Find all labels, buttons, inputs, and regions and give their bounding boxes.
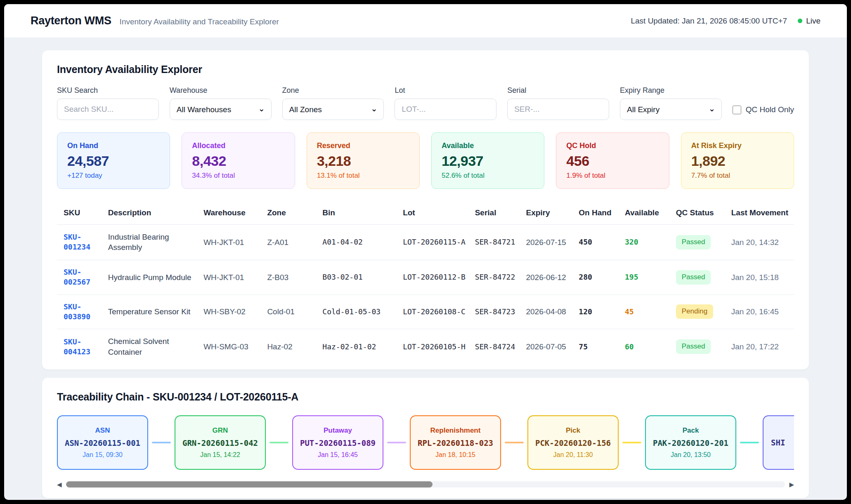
warehouse-cell: WH-JKT-01 [203, 260, 267, 295]
scroll-left-arrow[interactable]: ◀ [57, 481, 62, 488]
sku-cell[interactable]: SKU-003890 [57, 294, 108, 329]
available-cell: 320 [625, 224, 676, 260]
serial-cell: SER-84724 [475, 329, 526, 365]
serial-input[interactable] [507, 99, 609, 120]
lot-cell: LOT-20260105-H [403, 329, 475, 365]
stat-value: 8,432 [192, 153, 284, 169]
chain-connector-line [269, 442, 288, 443]
qc-status-cell: Passed [676, 260, 731, 295]
stat-cards-row: On Hand24,587+127 todayAllocated8,43234.… [57, 132, 794, 189]
qc-status-badge: Passed [676, 270, 711, 285]
serial-cell: SER-84721 [475, 224, 526, 260]
column-header-zone: Zone [267, 202, 322, 224]
chain-node-pick[interactable]: PickPCK-20260120-156Jan 20, 11:30 [527, 415, 619, 470]
expiry-cell: 2026-06-12 [526, 260, 579, 295]
lot-cell: LOT-20260112-B [403, 260, 475, 295]
warehouse-cell: WH-SMG-03 [203, 329, 267, 365]
chain-node-asn[interactable]: ASNASN-20260115-001Jan 15, 09:30 [57, 415, 148, 470]
serial-label: Serial [507, 86, 609, 95]
sku-search-input[interactable] [57, 99, 159, 120]
last-updated-text: Last Updated: Jan 21, 2026 08:45:00 UTC+… [631, 16, 787, 26]
qc-hold-only-filter[interactable]: QC Hold Only [733, 105, 794, 114]
main-content: Inventory Availability Explorer SKU Sear… [4, 38, 847, 500]
scroll-right-arrow[interactable]: ▶ [789, 481, 794, 488]
chain-node-stage: Putaway [324, 426, 352, 435]
chain-node-code: RPL-20260118-023 [418, 438, 493, 447]
scrollbar-thumb[interactable] [66, 481, 433, 488]
serial-cell: SER-84723 [475, 294, 526, 329]
stat-label: Available [442, 141, 534, 150]
available-cell: 45 [625, 294, 676, 329]
column-header-on-hand: On Hand [579, 202, 625, 224]
chain-node-grn[interactable]: GRNGRN-20260115-042Jan 15, 14:22 [175, 415, 266, 470]
app-title: Rayterton WMS [31, 14, 111, 27]
table-header-row: SKUDescriptionWarehouseZoneBinLotSerialE… [57, 202, 794, 224]
chain-node-replenishment[interactable]: ReplenishmentRPL-20260118-023Jan 18, 10:… [410, 415, 501, 470]
expiry-label: Expiry Range [620, 86, 722, 95]
zone-cell: Cold-01 [267, 294, 322, 329]
stat-value: 1,892 [691, 153, 784, 169]
stat-card-available: Available12,93752.6% of total [431, 132, 544, 189]
inventory-explorer-card: Inventory Availability Explorer SKU Sear… [42, 50, 809, 370]
expiry-cell: 2026-07-15 [526, 224, 579, 260]
scrollbar-track[interactable] [66, 481, 785, 488]
stat-value: 12,937 [442, 153, 534, 169]
traceability-card: Traceability Chain - SKU-001234 / LOT-20… [42, 378, 809, 498]
bin-cell: B03-02-01 [322, 260, 403, 295]
chain-connector-line [505, 442, 524, 443]
stat-subtext: 13.1% of total [317, 172, 409, 180]
stat-card-allocated: Allocated8,43234.3% of total [182, 132, 295, 189]
chain-node-putaway[interactable]: PutawayPUT-20260115-089Jan 15, 16:45 [292, 415, 383, 470]
chain-node-stage: Pick [566, 426, 580, 435]
lot-filter: Lot [395, 86, 496, 120]
bin-cell: Haz-02-01-02 [322, 329, 403, 365]
sku-cell[interactable]: SKU-002567 [57, 260, 108, 295]
column-header-last-movement: Last Movement [731, 202, 794, 224]
stat-subtext: 7.7% of total [691, 172, 784, 180]
stat-subtext: 1.9% of total [566, 172, 659, 180]
stat-card-reserved: Reserved3,21813.1% of total [307, 132, 420, 189]
description-cell: Industrial Bearing Assembly [108, 224, 203, 260]
sku-search-filter: SKU Search [57, 86, 159, 120]
chain-node-timestamp: Jan 15, 14:22 [200, 451, 240, 459]
lot-label: Lot [395, 86, 496, 95]
warehouse-select[interactable]: All Warehouses [170, 99, 272, 120]
chain-node-timestamp: Jan 20, 13:50 [671, 451, 711, 459]
chain-node-stage: GRN [213, 426, 228, 435]
column-header-expiry: Expiry [526, 202, 579, 224]
chain-node-shipment-partial[interactable]: SHI [763, 415, 794, 470]
chain-node-stage: Pack [683, 426, 699, 435]
qc-hold-only-label: QC Hold Only [746, 105, 794, 114]
traceability-chain-viewport: ASNASN-20260115-001Jan 15, 09:30GRNGRN-2… [57, 415, 794, 470]
chain-node-code: GRN-20260115-042 [182, 438, 258, 447]
sku-cell[interactable]: SKU-001234 [57, 224, 108, 260]
live-label: Live [806, 16, 820, 26]
stat-label: At Risk Expiry [691, 141, 784, 150]
column-header-qc-status: QC Status [676, 202, 731, 224]
chain-connector [383, 442, 410, 443]
serial-cell: SER-84722 [475, 260, 526, 295]
expiry-cell: 2026-07-05 [526, 329, 579, 365]
chain-connector-line [740, 442, 759, 443]
table-row: SKU-003890Temperature Sensor KitWH-SBY-0… [57, 294, 794, 329]
on-hand-cell: 280 [579, 260, 625, 295]
chain-node-code: PCK-20260120-156 [535, 438, 611, 447]
lot-input[interactable] [395, 99, 496, 120]
chain-node-timestamp: Jan 15, 09:30 [83, 451, 123, 459]
chain-connector [266, 442, 292, 443]
chain-connector [501, 442, 527, 443]
on-hand-cell: 450 [579, 224, 625, 260]
stat-subtext: 52.6% of total [442, 172, 534, 180]
expiry-select[interactable]: All Expiry [620, 99, 722, 120]
stat-card-at-risk-expiry: At Risk Expiry1,8927.7% of total [681, 132, 794, 189]
column-header-warehouse: Warehouse [203, 202, 267, 224]
sku-cell[interactable]: SKU-004123 [57, 329, 108, 365]
warehouse-cell: WH-JKT-01 [203, 224, 267, 260]
chain-node-pack[interactable]: PackPAK-20260120-201Jan 20, 13:50 [645, 415, 736, 470]
expiry-filter: Expiry Range All Expiry ⌄ [620, 86, 722, 120]
qc-hold-only-checkbox[interactable] [733, 106, 741, 114]
explorer-title: Inventory Availability Explorer [57, 64, 794, 75]
chain-connector [736, 442, 763, 443]
zone-select[interactable]: All Zones [282, 99, 384, 120]
stat-subtext: +127 today [67, 172, 160, 180]
